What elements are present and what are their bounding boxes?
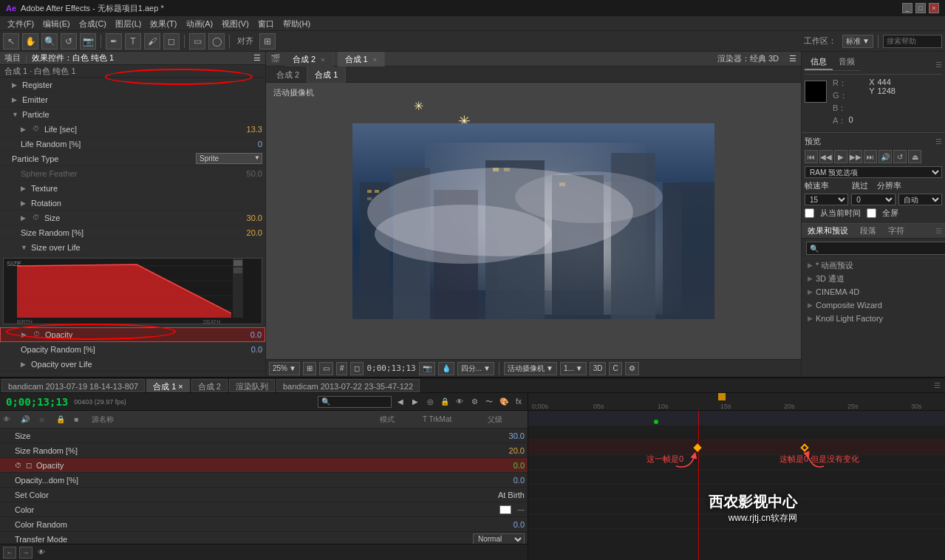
tl-search-input[interactable] [318, 396, 392, 408]
tab-info[interactable]: 信息 [805, 55, 833, 70]
effect-size-random[interactable]: Size Random [%] 20.0 [0, 225, 265, 240]
tool-pen[interactable]: ✒ [106, 33, 122, 49]
effect-opacity-random[interactable]: Opacity Random [%] 0.0 [0, 342, 265, 357]
effect-particle[interactable]: ▼ Particle [0, 107, 265, 122]
tl-layer-opacity-dom[interactable]: Opacity...dom [%] 0.0 [0, 473, 528, 488]
menu-view[interactable]: 视图(V) [217, 16, 253, 31]
menu-window[interactable]: 窗口 [253, 16, 279, 31]
tool-eraser[interactable]: ◻ [163, 33, 180, 49]
prev-play-btn[interactable]: ▶ [834, 150, 847, 163]
ram-preview-dropdown[interactable]: RAM 预览选项 [805, 166, 942, 178]
comp-panel-menu[interactable]: ☰ [789, 54, 796, 64]
tl-nav-next[interactable]: ▶ [409, 396, 421, 408]
minimize-btn[interactable]: _ [902, 3, 912, 13]
tool-align[interactable]: ⊞ [259, 33, 276, 49]
tl-layer-size[interactable]: Size 30.0 [0, 428, 528, 443]
effect-sol[interactable]: ▼ Size over Life [0, 240, 265, 255]
prev-back-btn[interactable]: ◀◀ [819, 150, 833, 163]
tool-select[interactable]: ↖ [3, 33, 19, 49]
tl-lock-btn[interactable]: 🔒 [439, 396, 451, 408]
effect-opacity[interactable]: ▶ ⏱ Opacity 0.0 [0, 327, 265, 342]
menu-help[interactable]: 帮助(H) [279, 16, 315, 31]
comp-tab-close-2[interactable]: × [373, 56, 377, 64]
menu-file[interactable]: 文件(F) [3, 16, 38, 31]
view-masks-btn[interactable]: ◻ [350, 362, 364, 375]
framerate-select[interactable]: 15 [805, 194, 848, 205]
grid-btn[interactable]: # [336, 362, 348, 375]
tl-display-opts-btn[interactable]: 👁 [35, 547, 47, 559]
tl-layer-size-random[interactable]: Size Random [%] 20.0 [0, 443, 528, 458]
camera-dropdown[interactable]: 活动摄像机 ▼ [504, 362, 557, 375]
prev-fwd-btn[interactable]: ▶▶ [849, 150, 862, 163]
effect-size[interactable]: ▶ ⏱ Size 30.0 [0, 211, 265, 225]
skip-select[interactable]: 0 [851, 194, 895, 205]
tool-camera[interactable]: 📷 [80, 33, 96, 49]
tool-text[interactable]: T [125, 33, 141, 49]
effect-texture[interactable]: ▶ Texture [0, 181, 265, 196]
tl-hide-btn[interactable]: 👁 [454, 396, 465, 408]
prev-loop-btn[interactable]: ↺ [893, 150, 907, 163]
close-btn[interactable]: × [929, 3, 939, 13]
comp-tab-close[interactable]: × [321, 56, 324, 64]
tl-tab-bandicam1[interactable]: bandicam 2013-07-19 18-14-13-807 [1, 379, 145, 392]
prev-audio-btn[interactable]: 🔊 [879, 150, 892, 163]
tool-hand[interactable]: ✋ [22, 33, 38, 49]
tool-zoom[interactable]: 🔍 [41, 33, 58, 49]
prev-output-btn[interactable]: ⏏ [908, 150, 921, 163]
tool-shape-ellipse[interactable]: ◯ [208, 33, 225, 49]
tl-tab-render[interactable]: 渲染队列 [229, 379, 275, 392]
comp-tab-1[interactable]: 合成 2 × [285, 52, 333, 67]
color-picker-btn[interactable]: 💧 [438, 362, 454, 375]
tl-settings-btn[interactable]: ⚙ [468, 396, 480, 408]
effect-ool[interactable]: ▶ Opacity over Life [0, 357, 265, 372]
tl-color-btn[interactable]: 🎨 [498, 396, 510, 408]
effect-sphere-feather[interactable]: Sphere Feather 50.0 [0, 166, 265, 181]
safe-zones-btn[interactable]: ▭ [319, 362, 333, 375]
tool-shape-rect[interactable]: ▭ [189, 33, 205, 49]
workspace-dropdown[interactable]: 标准 ▼ [842, 35, 873, 48]
zoom2-dropdown[interactable]: 1... ▼ [560, 362, 587, 375]
fullscreen-checkbox[interactable] [867, 208, 876, 218]
search-help-input[interactable] [883, 35, 942, 48]
ep-tab-paragraph[interactable]: 段落 [857, 225, 879, 236]
ep-tab-char[interactable]: 字符 [885, 225, 907, 236]
fit-btn[interactable]: ⊞ [303, 362, 316, 375]
menu-animate[interactable]: 动画(A) [182, 16, 218, 31]
tl-prev-layer-btn[interactable]: ← [3, 547, 16, 559]
effect-life[interactable]: ▶ ⏱ Life [sec] 13.3 [0, 122, 265, 137]
settings-btn[interactable]: ⚙ [625, 362, 639, 375]
menu-effects[interactable]: 效果(T) [146, 16, 181, 31]
tl-menu[interactable]: ☰ [931, 381, 944, 389]
effect-emitter[interactable]: ▶ Emitter [0, 92, 265, 107]
tl-tab-comp1[interactable]: 合成 1 × [146, 379, 190, 392]
resolution-select[interactable]: 自动 [898, 194, 942, 205]
tl-orange-marker[interactable] [718, 393, 726, 400]
tl-tab-bandicam2[interactable]: bandicam 2013-07-22 23-35-47-122 [276, 379, 420, 392]
tool-rotate[interactable]: ↺ [61, 33, 77, 49]
ep-item-composite[interactable]: ▶ Composite Wizard [802, 298, 945, 312]
ep-menu[interactable]: ☰ [935, 227, 942, 235]
effect-register[interactable]: ▶ Register [0, 78, 265, 92]
maximize-btn[interactable]: □ [915, 3, 926, 13]
comp-subtab-2[interactable]: 合成 1 [307, 66, 346, 83]
view-preset-dropdown[interactable]: 四分... ▼ [457, 362, 494, 375]
tl-motion-btn[interactable]: 〜 [483, 396, 495, 408]
tl-solo-btn[interactable]: ◎ [424, 396, 436, 408]
tl-layer-transfer-mode[interactable]: Transfer Mode Normal [0, 532, 528, 544]
prev-first-btn[interactable]: ⏮ [805, 150, 818, 163]
3d-btn[interactable]: 3D [590, 362, 607, 375]
effect-life-random[interactable]: Life Random [%] 0 [0, 137, 265, 151]
menu-layer[interactable]: 图层(L) [111, 16, 146, 31]
ep-item-c4d[interactable]: ▶ CINEMA 4D [802, 285, 945, 298]
tab-audio[interactable]: 音频 [833, 55, 861, 70]
comp-tab-2[interactable]: 合成 1 × [338, 52, 386, 67]
menu-compose[interactable]: 合成(C) [75, 16, 111, 31]
ep-search-input[interactable] [806, 242, 945, 255]
tl-layer-color[interactable]: Color — [0, 502, 528, 517]
transfer-mode-dropdown[interactable]: Normal [473, 533, 525, 544]
tl-nav-prev[interactable]: ◀ [395, 396, 406, 408]
comp-subtab-1[interactable]: 合成 2 [269, 66, 307, 83]
particle-type-dropdown[interactable]: Sprite ▼ [196, 153, 262, 164]
tl-effect-btn[interactable]: fx [513, 396, 525, 408]
tl-layer-opacity[interactable]: ⏱ ◻ Opacity 0.0 [0, 458, 528, 473]
